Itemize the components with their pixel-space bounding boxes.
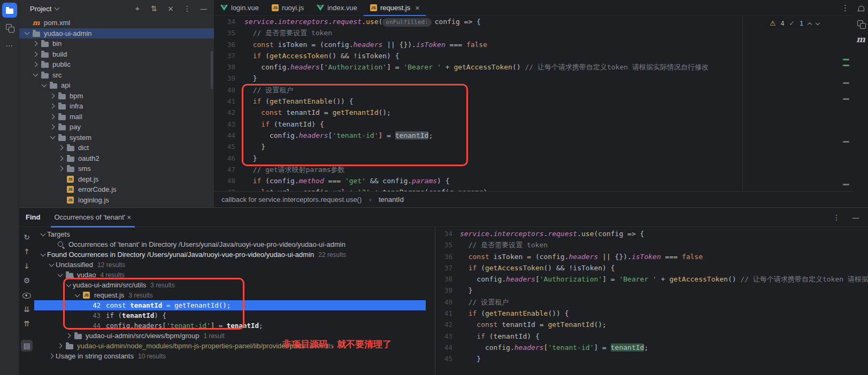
next-occurrence-icon[interactable]: ↓ (21, 260, 33, 272)
project-tree-item[interactable]: dict (19, 143, 214, 153)
twirl (64, 332, 73, 340)
panel-title: Find (26, 213, 40, 221)
find-tree-row[interactable]: JSrequest.js3 results (34, 290, 426, 300)
preview-icon[interactable] (21, 289, 33, 301)
kebab-icon[interactable]: ⋮ (832, 213, 841, 222)
twirl (73, 291, 81, 300)
collapse-all-icon[interactable]: ⇈ (21, 318, 33, 330)
chevron-down-icon[interactable] (55, 5, 60, 11)
collapse-all-x-icon[interactable]: × (166, 4, 175, 13)
project-tree-item[interactable]: pay (19, 122, 214, 132)
project-tree-item[interactable]: api (19, 80, 214, 91)
chevron-down-icon[interactable] (50, 134, 55, 139)
editor-tab[interactable]: index.vue (310, 0, 364, 15)
prev-problem-icon[interactable] (808, 22, 812, 26)
chevron-right-icon[interactable] (32, 62, 37, 67)
breadcrumb-item[interactable]: tenantId (379, 196, 404, 204)
chevron-down-icon[interactable] (40, 251, 45, 256)
project-tree-item[interactable]: mpom.xml (19, 18, 214, 28)
find-tree-row[interactable]: yudao4 results (34, 270, 426, 280)
close-icon[interactable]: × (415, 4, 419, 12)
layers-icon[interactable] (855, 18, 867, 30)
project-tree-item[interactable]: infra (19, 101, 214, 112)
structure-icon[interactable] (2, 20, 17, 35)
find-results-tab[interactable]: Occurrences of 'tenant' × (51, 208, 134, 227)
twirl (81, 311, 90, 320)
chevron-down-icon[interactable] (74, 292, 80, 297)
chevron-down-icon[interactable] (49, 261, 54, 267)
more-icon[interactable]: ⋯ (2, 38, 17, 53)
project-tree-item[interactable]: build (19, 49, 214, 60)
occurrence-row[interactable]: 44config.headers['tenant-id'] = tenantId… (34, 321, 426, 331)
breadcrumb-separator: › (369, 196, 371, 204)
hide-icon[interactable]: — (199, 4, 209, 13)
project-tree-item[interactable]: JSdept.js (19, 174, 214, 185)
chevron-right-icon[interactable] (65, 333, 71, 339)
chevron-right-icon[interactable] (48, 354, 53, 359)
report-icon[interactable]: ▤ (21, 340, 33, 351)
find-tree-row[interactable]: yudao-ui-admin/src/utils3 results (34, 280, 426, 290)
project-tree-item[interactable]: sms (19, 163, 214, 174)
code-line: 40 // 设置租户 (214, 84, 854, 96)
chevron-down-icon[interactable] (41, 82, 47, 87)
chevron-right-icon[interactable] (49, 114, 55, 119)
project-tree-item[interactable]: mall (19, 112, 214, 122)
find-tree-row[interactable]: Occurrences of 'tenant' in Directory /Us… (34, 239, 426, 249)
chevron-down-icon[interactable] (57, 271, 63, 277)
chevron-right-icon[interactable] (49, 124, 55, 130)
chevron-right-icon[interactable] (49, 93, 55, 98)
inspections-widget[interactable]: ⚠4 ✓1 (765, 18, 824, 28)
maven-icon[interactable]: m (855, 33, 867, 45)
find-tree-row[interactable]: Unclassified12 results (34, 260, 426, 270)
settings-icon[interactable]: ⚙ (21, 275, 33, 286)
project-tree-item[interactable]: src (19, 70, 214, 81)
kebab-icon[interactable]: ⋮ (182, 4, 192, 13)
notifications-icon[interactable] (855, 3, 867, 15)
prev-occurrence-icon[interactable]: ↑ (21, 246, 33, 257)
next-problem-icon[interactable] (816, 20, 820, 25)
breadcrumb-item[interactable]: callback for service.interceptors.reques… (221, 196, 362, 204)
chevron-right-icon[interactable] (58, 155, 63, 161)
editor-tab[interactable]: login.vue (214, 0, 265, 15)
line-number: 44 (435, 342, 452, 353)
code-line: 36 const isToken = (config.headers || {}… (214, 39, 854, 50)
kebab-icon[interactable]: ⋮ (841, 3, 849, 13)
scrollbar-mark (843, 65, 849, 66)
refresh-icon[interactable]: ↻ (21, 231, 33, 243)
project-tree-item[interactable]: JSloginlog.js (19, 195, 214, 206)
project-tree-item[interactable]: public (19, 59, 214, 70)
project-tree-item[interactable]: bin (19, 38, 214, 49)
chevron-down-icon[interactable] (24, 30, 29, 35)
scrollbar-thumb[interactable] (211, 51, 213, 89)
close-icon[interactable]: × (127, 214, 131, 221)
chevron-right-icon[interactable] (58, 145, 63, 151)
expand-all-icon: ⇊ (24, 306, 30, 313)
project-tree-item[interactable]: yudao-ui-admin (19, 28, 214, 39)
chevron-down-icon[interactable] (33, 72, 38, 77)
find-preview-pane[interactable]: 34service.interceptors.request.use(confi… (435, 227, 868, 375)
project-tree-item[interactable]: JSerrorCode.js (19, 184, 214, 195)
find-tree-row[interactable]: Usage in string constants10 results (34, 351, 426, 361)
hide-icon[interactable]: — (851, 213, 861, 222)
chevron-right-icon[interactable] (32, 51, 37, 57)
swap-icon[interactable]: ⇅ (149, 4, 159, 13)
project-tree-item[interactable]: bpm (19, 91, 214, 101)
occurrence-row[interactable]: 43if (tenantId) { (34, 310, 426, 321)
project-tree-item[interactable]: system (19, 132, 214, 143)
chevron-down-icon[interactable] (66, 282, 71, 287)
editor-tab[interactable]: JSruoyi.js (265, 0, 310, 15)
occurrence-row[interactable]: 42const tenantId = getTenantId(); (34, 300, 426, 310)
chevron-right-icon[interactable] (32, 41, 37, 46)
project-tree-item[interactable]: oauth2 (19, 153, 214, 164)
locate-icon[interactable]: ⌖ (133, 4, 142, 13)
editor-tab[interactable]: JSrequest.js× (364, 0, 426, 15)
code-editor[interactable]: 34service.interceptors.request.use(onFul… (214, 16, 854, 191)
chevron-right-icon[interactable] (57, 343, 62, 349)
chevron-right-icon[interactable] (58, 166, 63, 171)
project-folder-icon[interactable] (2, 3, 17, 18)
expand-all-icon[interactable]: ⇊ (21, 303, 33, 315)
chevron-down-icon[interactable] (40, 231, 45, 236)
chevron-right-icon[interactable] (49, 104, 55, 109)
find-tree-row[interactable]: Found Occurrences in Directory /Users/yu… (34, 249, 426, 260)
find-tree-row[interactable]: Targets (34, 229, 426, 239)
